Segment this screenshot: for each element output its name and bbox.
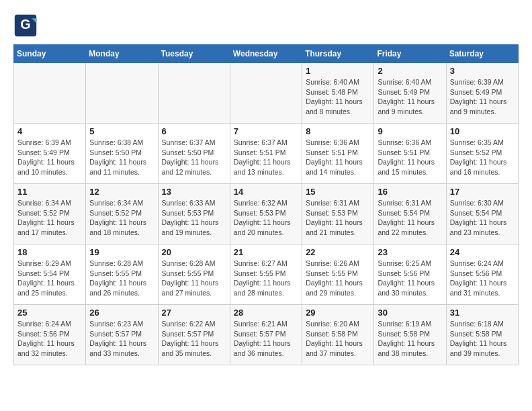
day-info: Sunrise: 6:24 AM Sunset: 5:56 PM Dayligh… <box>17 319 82 359</box>
day-number: 9 <box>378 126 442 136</box>
day-info: Sunrise: 6:34 AM Sunset: 5:52 PM Dayligh… <box>17 198 82 238</box>
day-info: Sunrise: 6:32 AM Sunset: 5:53 PM Dayligh… <box>234 198 298 238</box>
calendar-cell: 21Sunrise: 6:27 AM Sunset: 5:55 PM Dayli… <box>230 244 302 305</box>
weekday-header-thursday: Thursday <box>302 45 374 63</box>
calendar-cell: 2Sunrise: 6:40 AM Sunset: 5:49 PM Daylig… <box>374 63 446 124</box>
day-number: 6 <box>162 126 226 136</box>
day-info: Sunrise: 6:33 AM Sunset: 5:53 PM Dayligh… <box>162 198 226 238</box>
calendar-cell: 6Sunrise: 6:37 AM Sunset: 5:50 PM Daylig… <box>158 124 230 184</box>
logo-icon: G <box>13 13 38 38</box>
day-info: Sunrise: 6:37 AM Sunset: 5:51 PM Dayligh… <box>234 138 298 177</box>
calendar-cell: 25Sunrise: 6:24 AM Sunset: 5:56 PM Dayli… <box>14 305 86 365</box>
weekday-header-saturday: Saturday <box>446 45 518 63</box>
day-info: Sunrise: 6:28 AM Sunset: 5:55 PM Dayligh… <box>89 259 154 298</box>
day-info: Sunrise: 6:35 AM Sunset: 5:52 PM Dayligh… <box>450 138 515 177</box>
day-number: 31 <box>450 308 515 318</box>
day-number: 30 <box>378 308 442 318</box>
calendar-table: SundayMondayTuesdayWednesdayThursdayFrid… <box>13 44 519 365</box>
day-number: 3 <box>450 66 515 76</box>
day-number: 2 <box>378 66 442 76</box>
day-number: 27 <box>162 308 226 318</box>
weekday-header-monday: Monday <box>86 45 158 63</box>
svg-text:G: G <box>20 17 30 32</box>
day-number: 26 <box>89 308 154 318</box>
day-info: Sunrise: 6:31 AM Sunset: 5:54 PM Dayligh… <box>378 198 442 238</box>
calendar-cell: 30Sunrise: 6:19 AM Sunset: 5:58 PM Dayli… <box>374 305 446 365</box>
weekday-header-wednesday: Wednesday <box>230 45 302 63</box>
calendar-cell: 17Sunrise: 6:30 AM Sunset: 5:54 PM Dayli… <box>446 184 518 244</box>
calendar-cell: 31Sunrise: 6:18 AM Sunset: 5:58 PM Dayli… <box>446 305 518 365</box>
day-number: 13 <box>162 187 226 197</box>
day-number: 5 <box>89 126 154 136</box>
calendar-cell: 12Sunrise: 6:34 AM Sunset: 5:52 PM Dayli… <box>86 184 158 244</box>
day-number: 23 <box>378 247 442 257</box>
day-info: Sunrise: 6:29 AM Sunset: 5:54 PM Dayligh… <box>17 259 82 298</box>
day-number: 24 <box>450 247 515 257</box>
calendar-cell: 4Sunrise: 6:39 AM Sunset: 5:49 PM Daylig… <box>14 124 86 184</box>
day-info: Sunrise: 6:37 AM Sunset: 5:50 PM Dayligh… <box>162 138 226 177</box>
calendar-cell: 18Sunrise: 6:29 AM Sunset: 5:54 PM Dayli… <box>14 244 86 305</box>
calendar-cell: 14Sunrise: 6:32 AM Sunset: 5:53 PM Dayli… <box>230 184 302 244</box>
day-info: Sunrise: 6:39 AM Sunset: 5:49 PM Dayligh… <box>17 138 82 177</box>
day-info: Sunrise: 6:40 AM Sunset: 5:48 PM Dayligh… <box>306 77 370 117</box>
day-info: Sunrise: 6:19 AM Sunset: 5:58 PM Dayligh… <box>378 319 442 359</box>
calendar-cell: 24Sunrise: 6:24 AM Sunset: 5:56 PM Dayli… <box>446 244 518 305</box>
week-row-3: 11Sunrise: 6:34 AM Sunset: 5:52 PM Dayli… <box>14 184 519 244</box>
day-info: Sunrise: 6:28 AM Sunset: 5:55 PM Dayligh… <box>162 259 226 298</box>
day-info: Sunrise: 6:38 AM Sunset: 5:50 PM Dayligh… <box>89 138 154 177</box>
day-number: 28 <box>234 308 298 318</box>
day-info: Sunrise: 6:21 AM Sunset: 5:57 PM Dayligh… <box>234 319 298 359</box>
calendar-cell: 10Sunrise: 6:35 AM Sunset: 5:52 PM Dayli… <box>446 124 518 184</box>
calendar-cell: 23Sunrise: 6:25 AM Sunset: 5:56 PM Dayli… <box>374 244 446 305</box>
day-info: Sunrise: 6:39 AM Sunset: 5:49 PM Dayligh… <box>450 77 515 117</box>
day-info: Sunrise: 6:30 AM Sunset: 5:54 PM Dayligh… <box>450 198 515 238</box>
calendar-cell <box>86 63 158 124</box>
day-number: 10 <box>450 126 515 136</box>
weekday-header-sunday: Sunday <box>14 45 86 63</box>
weekday-header-friday: Friday <box>374 45 446 63</box>
day-info: Sunrise: 6:26 AM Sunset: 5:55 PM Dayligh… <box>306 259 370 298</box>
day-info: Sunrise: 6:23 AM Sunset: 5:57 PM Dayligh… <box>89 319 154 359</box>
day-number: 16 <box>378 187 442 197</box>
day-info: Sunrise: 6:25 AM Sunset: 5:56 PM Dayligh… <box>378 259 442 298</box>
day-info: Sunrise: 6:36 AM Sunset: 5:51 PM Dayligh… <box>306 138 370 177</box>
calendar-cell: 5Sunrise: 6:38 AM Sunset: 5:50 PM Daylig… <box>86 124 158 184</box>
day-number: 15 <box>306 187 370 197</box>
day-info: Sunrise: 6:40 AM Sunset: 5:49 PM Dayligh… <box>378 77 442 117</box>
day-number: 20 <box>162 247 226 257</box>
day-number: 17 <box>450 187 515 197</box>
calendar-cell: 1Sunrise: 6:40 AM Sunset: 5:48 PM Daylig… <box>302 63 374 124</box>
calendar-cell: 29Sunrise: 6:20 AM Sunset: 5:58 PM Dayli… <box>302 305 374 365</box>
day-number: 18 <box>17 247 82 257</box>
day-info: Sunrise: 6:18 AM Sunset: 5:58 PM Dayligh… <box>450 319 515 359</box>
day-number: 8 <box>306 126 370 136</box>
calendar-cell: 16Sunrise: 6:31 AM Sunset: 5:54 PM Dayli… <box>374 184 446 244</box>
day-info: Sunrise: 6:22 AM Sunset: 5:57 PM Dayligh… <box>162 319 226 359</box>
weekday-header-tuesday: Tuesday <box>158 45 230 63</box>
day-number: 11 <box>17 187 82 197</box>
calendar-cell <box>230 63 302 124</box>
calendar-cell: 9Sunrise: 6:36 AM Sunset: 5:51 PM Daylig… <box>374 124 446 184</box>
logo: G <box>13 13 40 38</box>
week-row-4: 18Sunrise: 6:29 AM Sunset: 5:54 PM Dayli… <box>14 244 519 305</box>
calendar-cell: 13Sunrise: 6:33 AM Sunset: 5:53 PM Dayli… <box>158 184 230 244</box>
day-number: 14 <box>234 187 298 197</box>
day-number: 21 <box>234 247 298 257</box>
calendar-cell: 28Sunrise: 6:21 AM Sunset: 5:57 PM Dayli… <box>230 305 302 365</box>
day-info: Sunrise: 6:24 AM Sunset: 5:56 PM Dayligh… <box>450 259 515 298</box>
day-info: Sunrise: 6:20 AM Sunset: 5:58 PM Dayligh… <box>306 319 370 359</box>
day-info: Sunrise: 6:34 AM Sunset: 5:52 PM Dayligh… <box>89 198 154 238</box>
calendar-cell <box>158 63 230 124</box>
calendar-cell: 8Sunrise: 6:36 AM Sunset: 5:51 PM Daylig… <box>302 124 374 184</box>
day-number: 25 <box>17 308 82 318</box>
page-header: G <box>13 13 519 38</box>
calendar-cell: 7Sunrise: 6:37 AM Sunset: 5:51 PM Daylig… <box>230 124 302 184</box>
calendar-cell: 11Sunrise: 6:34 AM Sunset: 5:52 PM Dayli… <box>14 184 86 244</box>
calendar-cell: 19Sunrise: 6:28 AM Sunset: 5:55 PM Dayli… <box>86 244 158 305</box>
week-row-2: 4Sunrise: 6:39 AM Sunset: 5:49 PM Daylig… <box>14 124 519 184</box>
day-number: 22 <box>306 247 370 257</box>
calendar-cell: 27Sunrise: 6:22 AM Sunset: 5:57 PM Dayli… <box>158 305 230 365</box>
day-info: Sunrise: 6:36 AM Sunset: 5:51 PM Dayligh… <box>378 138 442 177</box>
weekday-header-row: SundayMondayTuesdayWednesdayThursdayFrid… <box>14 45 519 63</box>
day-info: Sunrise: 6:31 AM Sunset: 5:53 PM Dayligh… <box>306 198 370 238</box>
